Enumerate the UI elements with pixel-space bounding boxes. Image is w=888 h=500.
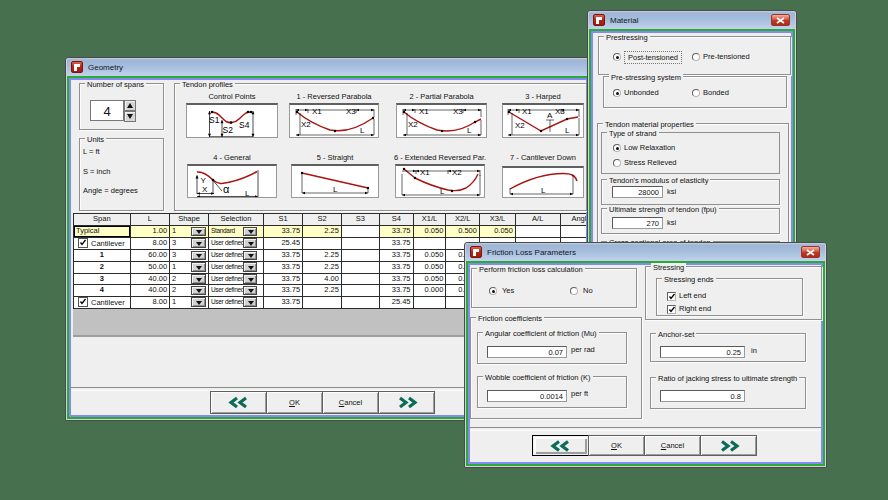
svg-text:S4: S4 bbox=[239, 120, 250, 130]
svg-text:L: L bbox=[360, 126, 365, 135]
svg-text:A: A bbox=[547, 111, 553, 120]
svg-text:X1: X1 bbox=[522, 107, 532, 116]
svg-text:L: L bbox=[467, 126, 472, 135]
svg-text:X2: X2 bbox=[301, 120, 311, 129]
svg-text:X: X bbox=[202, 185, 208, 194]
svg-text:S1: S1 bbox=[209, 115, 220, 125]
svg-text:L: L bbox=[541, 186, 546, 195]
svg-text:S2: S2 bbox=[223, 125, 234, 135]
svg-text:X3: X3 bbox=[346, 107, 356, 116]
svg-text:X2: X2 bbox=[515, 121, 525, 130]
svg-text:L: L bbox=[565, 126, 570, 135]
svg-text:X2: X2 bbox=[452, 168, 462, 177]
svg-text:X1: X1 bbox=[419, 107, 429, 116]
svg-text:L: L bbox=[333, 185, 338, 194]
svg-text:L: L bbox=[245, 189, 250, 198]
svg-text:X1: X1 bbox=[420, 168, 430, 177]
svg-text:X2: X2 bbox=[408, 120, 418, 129]
svg-text:L: L bbox=[440, 187, 445, 196]
svg-text:X3: X3 bbox=[453, 107, 463, 116]
svg-text:X3: X3 bbox=[555, 107, 565, 116]
svg-text:α: α bbox=[223, 183, 230, 195]
svg-text:X1: X1 bbox=[312, 107, 322, 116]
